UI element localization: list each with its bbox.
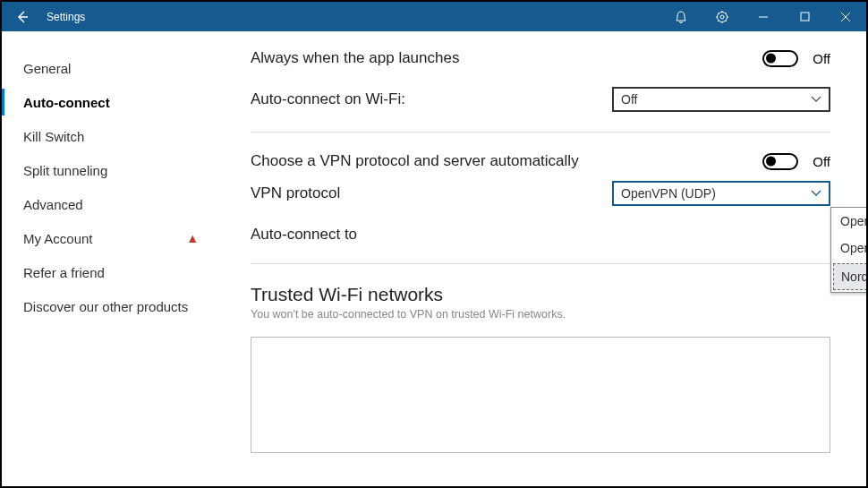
protocol-auto-label: Choose a VPN protocol and server automat… bbox=[251, 152, 579, 170]
sidebar-item-label: Refer a friend bbox=[23, 265, 105, 280]
protocol-auto-state: Off bbox=[813, 154, 830, 169]
svg-rect-2 bbox=[801, 13, 809, 21]
protocol-auto-toggle[interactable] bbox=[762, 153, 798, 170]
svg-point-1 bbox=[720, 15, 724, 19]
chevron-down-icon bbox=[811, 96, 821, 103]
chevron-down-icon bbox=[811, 190, 821, 197]
close-button[interactable] bbox=[825, 2, 866, 31]
launch-toggle[interactable] bbox=[762, 50, 798, 67]
wifi-select[interactable]: Off bbox=[612, 87, 830, 112]
minimize-button[interactable] bbox=[743, 2, 784, 31]
sidebar: General Auto-connect Kill Switch Split t… bbox=[2, 31, 233, 486]
sidebar-item-label: Split tunneling bbox=[23, 163, 107, 178]
bell-icon bbox=[674, 10, 688, 24]
sidebar-item-my-account[interactable]: My Account ▲ bbox=[2, 221, 233, 255]
vpn-protocol-dropdown: OpenVPN (UDP) OpenVPN (TCP) NordLynx Rec… bbox=[830, 207, 868, 293]
minimize-icon bbox=[758, 12, 769, 22]
sidebar-item-auto-connect[interactable]: Auto-connect bbox=[2, 85, 233, 119]
sidebar-item-discover-products[interactable]: Discover our other products bbox=[2, 289, 233, 323]
main-content: Always when the app launches Off Auto-co… bbox=[233, 31, 866, 486]
window-title: Settings bbox=[47, 11, 85, 23]
trusted-heading: Trusted Wi-Fi networks bbox=[251, 284, 830, 305]
vpn-protocol-select[interactable]: OpenVPN (UDP) bbox=[612, 181, 830, 206]
back-button[interactable] bbox=[2, 2, 43, 31]
trusted-sub: You won't be auto-connected to VPN on tr… bbox=[251, 308, 830, 321]
connect-to-label: Auto-connect to bbox=[251, 226, 357, 244]
divider bbox=[251, 263, 830, 264]
title-bar: Settings bbox=[2, 2, 866, 31]
sidebar-item-label: Kill Switch bbox=[23, 129, 84, 144]
vpn-protocol-value: OpenVPN (UDP) bbox=[621, 186, 716, 201]
vpn-protocol-option[interactable]: OpenVPN (TCP) bbox=[831, 235, 868, 261]
sidebar-item-kill-switch[interactable]: Kill Switch bbox=[2, 119, 233, 153]
wifi-select-value: Off bbox=[621, 92, 637, 107]
settings-gear-button[interactable] bbox=[702, 2, 743, 31]
sidebar-item-label: General bbox=[23, 61, 71, 76]
trusted-networks-box[interactable] bbox=[251, 337, 830, 453]
vpn-protocol-option[interactable]: NordLynx Recommended bbox=[831, 263, 868, 290]
sidebar-item-advanced[interactable]: Advanced bbox=[2, 187, 233, 221]
sidebar-item-label: My Account bbox=[23, 231, 93, 246]
warning-icon: ▲ bbox=[186, 231, 199, 245]
vpn-protocol-option[interactable]: OpenVPN (UDP) bbox=[831, 208, 868, 235]
arrow-left-icon bbox=[15, 10, 30, 24]
sidebar-item-general[interactable]: General bbox=[2, 51, 233, 85]
vpn-protocol-label: VPN protocol bbox=[251, 184, 340, 202]
divider bbox=[251, 132, 830, 133]
launch-toggle-state: Off bbox=[813, 51, 830, 66]
launch-label: Always when the app launches bbox=[251, 49, 459, 67]
close-icon bbox=[840, 12, 851, 22]
maximize-icon bbox=[800, 12, 810, 21]
gear-icon bbox=[715, 10, 729, 24]
sidebar-item-label: Auto-connect bbox=[23, 95, 110, 110]
notifications-button[interactable] bbox=[660, 2, 702, 31]
sidebar-item-refer-friend[interactable]: Refer a friend bbox=[2, 255, 233, 289]
maximize-button[interactable] bbox=[784, 2, 825, 31]
sidebar-item-label: Advanced bbox=[23, 197, 83, 212]
wifi-label: Auto-connect on Wi-Fi: bbox=[251, 90, 405, 108]
sidebar-item-label: Discover our other products bbox=[23, 299, 188, 314]
sidebar-item-split-tunneling[interactable]: Split tunneling bbox=[2, 153, 233, 187]
